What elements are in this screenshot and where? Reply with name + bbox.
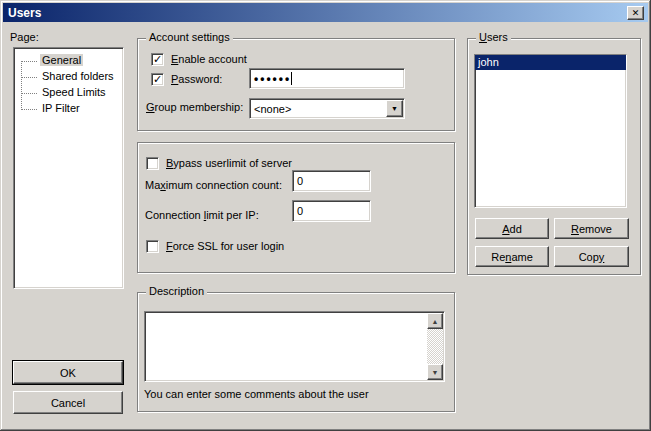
tree-item-label: Speed Limits <box>40 86 108 98</box>
users-listbox[interactable]: john <box>474 54 627 208</box>
conn-per-ip-value: 0 <box>297 205 303 217</box>
window-title: Users <box>3 6 41 20</box>
page-tree[interactable]: General Shared folders Speed Limits IP F… <box>13 47 124 289</box>
copy-button-label: Copy <box>579 251 605 263</box>
password-checkbox[interactable]: ✓ <box>151 73 164 86</box>
group-membership-value: <none> <box>254 103 291 115</box>
user-name: john <box>478 56 499 68</box>
password-input[interactable]: •••••• <box>249 68 405 89</box>
scroll-up-icon: ▲ <box>432 318 439 325</box>
add-user-button[interactable]: Add <box>475 218 549 239</box>
tree-item-label: General <box>40 54 83 66</box>
cancel-button[interactable]: Cancel <box>13 391 123 414</box>
users-group-title: Users <box>476 31 511 43</box>
checkmark-icon: ✓ <box>153 54 162 65</box>
chevron-down-icon: ▼ <box>391 105 398 112</box>
users-group: Users john Add Remove Rename Copy <box>467 38 641 275</box>
users-dialog: Users ✕ Page: General Shared folders Spe… <box>0 0 651 431</box>
tree-item-general[interactable]: General <box>14 53 123 69</box>
group-membership-select[interactable]: <none> ▼ <box>249 98 405 119</box>
description-textarea[interactable]: ▲ ▼ <box>144 311 445 382</box>
password-value: •••••• <box>254 72 291 86</box>
rename-user-button[interactable]: Rename <box>475 246 549 267</box>
add-button-label: Add <box>502 223 522 235</box>
remove-user-button[interactable]: Remove <box>554 218 629 239</box>
title-bar[interactable]: Users <box>3 3 648 22</box>
close-button[interactable]: ✕ <box>627 6 644 20</box>
description-hint: You can enter some comments about the us… <box>144 388 369 400</box>
max-connections-label: Maximum connection count: <box>145 179 282 191</box>
scroll-down-icon: ▼ <box>432 369 439 376</box>
cancel-button-label: Cancel <box>51 397 85 409</box>
force-ssl-checkbox[interactable] <box>146 240 159 253</box>
tree-branch-icon <box>21 61 37 62</box>
tree-branch-icon <box>21 93 37 94</box>
account-settings-group: Account settings ✓ Enable account ✓ Pass… <box>137 38 455 131</box>
bypass-userlimit-checkbox[interactable] <box>146 157 159 170</box>
tree-item-ip-filter[interactable]: IP Filter <box>14 101 123 117</box>
tree-item-label: Shared folders <box>40 70 116 82</box>
scroll-up-button[interactable]: ▲ <box>427 313 443 329</box>
tree-item-shared-folders[interactable]: Shared folders <box>14 69 123 85</box>
page-label: Page: <box>10 31 39 43</box>
max-connections-value: 0 <box>297 175 303 187</box>
dropdown-button[interactable]: ▼ <box>386 100 403 117</box>
account-settings-title: Account settings <box>146 31 233 43</box>
description-scrollbar[interactable]: ▲ ▼ <box>427 313 443 380</box>
copy-user-button[interactable]: Copy <box>554 246 629 267</box>
ok-button[interactable]: OK <box>13 361 123 384</box>
conn-per-ip-input[interactable]: 0 <box>292 200 371 222</box>
rename-button-label: Rename <box>491 251 533 263</box>
tree-item-label: IP Filter <box>40 102 82 114</box>
checkmark-icon: ✓ <box>153 74 162 85</box>
tree-item-speed-limits[interactable]: Speed Limits <box>14 85 123 101</box>
tree-branch-icon <box>21 109 37 110</box>
force-ssl-label: Force SSL for user login <box>166 240 284 252</box>
tree-branch-icon <box>21 77 37 78</box>
remove-button-label: Remove <box>571 223 612 235</box>
enable-account-checkbox[interactable]: ✓ <box>151 53 164 66</box>
description-title: Description <box>146 285 207 297</box>
password-label: Password: <box>171 73 222 85</box>
group-membership-label: Group membership: <box>146 101 243 113</box>
close-icon: ✕ <box>632 9 640 18</box>
enable-account-label: Enable account <box>171 53 247 65</box>
max-connections-input[interactable]: 0 <box>292 170 371 192</box>
description-group: Description ▲ ▼ You can enter some comme… <box>137 292 455 412</box>
conn-per-ip-label: Connection limit per IP: <box>145 209 259 221</box>
bypass-userlimit-label: Bypass userlimit of server <box>166 157 292 169</box>
scroll-down-button[interactable]: ▼ <box>427 364 443 380</box>
text-caret <box>291 72 292 85</box>
connection-limits-group: Bypass userlimit of server Maximum conne… <box>137 142 455 273</box>
user-list-item[interactable]: john <box>475 55 626 70</box>
ok-button-label: OK <box>60 367 76 379</box>
